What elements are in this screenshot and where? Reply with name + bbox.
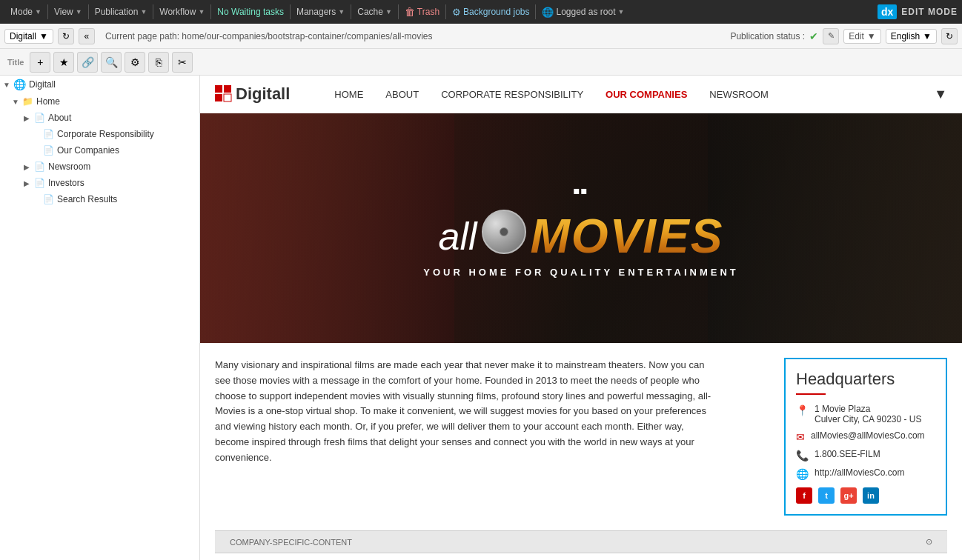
home-folder-icon: 📁 (22, 96, 33, 107)
hero-content: ▪▪ all MOVIES YOUR HOME FOR QUALITY ENTE… (423, 179, 739, 278)
tool-add[interactable]: + (30, 52, 50, 73)
tool-link[interactable]: 🔗 (77, 52, 98, 73)
edit-icon[interactable]: ✎ (823, 28, 839, 44)
second-bar: Digitall ▼ ↻ « Current page path: home/o… (0, 24, 962, 49)
tree-our-companies[interactable]: 📄 Our Companies (0, 142, 199, 159)
hq-address-row: 📍 1 Movie Plaza Culver City, CA 90230 - … (796, 404, 935, 424)
hero-subtitle: YOUR HOME FOR QUALITY ENTERTAINMENT (423, 267, 739, 278)
mode-arrow: ▼ (35, 8, 42, 16)
trash-button[interactable]: 🗑 Trash (399, 0, 445, 24)
content-bar-toggle[interactable]: ⊙ (926, 537, 932, 547)
mini-cards-row: 6 JAN 1 DEC (200, 553, 962, 560)
hero-dvd-icon (482, 210, 526, 254)
user-arrow: ▼ (618, 8, 625, 16)
back-button[interactable]: « (79, 28, 95, 44)
mode-menu[interactable]: Mode ▼ (4, 0, 47, 24)
hq-address: 1 Movie Plaza Culver City, CA 90230 - US (815, 404, 922, 424)
nav-corporate[interactable]: CORPORATE RESPONSIBILITY (441, 89, 583, 100)
logo-icon (215, 85, 233, 103)
jobs-icon: ⚙ (452, 7, 461, 18)
refresh-button[interactable]: ↻ (58, 28, 74, 44)
main-text-area: Many visionary and inspirational films a… (215, 358, 769, 516)
home-arrow: ▼ (12, 98, 19, 106)
workflow-arrow: ▼ (198, 8, 205, 16)
nav-more-arrow[interactable]: ▼ (934, 87, 947, 102)
root-arrow: ▼ (3, 81, 10, 89)
body-text: Many visionary and inspirational films a… (215, 358, 719, 466)
background-jobs-button[interactable]: ⚙ Background jobs (446, 0, 535, 24)
managers-arrow: ▼ (338, 8, 345, 16)
tool-star[interactable]: ★ (53, 52, 74, 73)
newsroom-arrow: ▶ (24, 163, 31, 171)
page-path: Current page path: home/our-companies/bo… (99, 31, 726, 41)
tree-home[interactable]: ▼ 📁 Home (0, 93, 199, 110)
site-header: Digitall HOME ABOUT CORPORATE RESPONSIBI… (200, 76, 962, 113)
tree-newsroom[interactable]: ▶ 📄 Newsroom (0, 159, 199, 175)
hero-squares-icon: ▪▪ (573, 179, 588, 203)
managers-menu[interactable]: Managers ▼ (291, 0, 351, 24)
cache-arrow: ▼ (385, 8, 392, 16)
lang-refresh[interactable]: ↻ (941, 28, 958, 44)
tree-investors[interactable]: ▶ 📄 Investors (0, 175, 199, 191)
no-waiting-tasks: No Waiting tasks (211, 0, 290, 24)
hq-box: Headquarters 📍 1 Movie Plaza Culver City… (784, 358, 947, 516)
hq-social-row: f t g+ in (796, 487, 935, 504)
language-selector[interactable]: English ▼ (886, 29, 937, 44)
newsroom-page-icon: 📄 (34, 161, 45, 172)
tree-root[interactable]: ▼ 🌐 Digitall (0, 76, 199, 93)
tree-search-results[interactable]: 📄 Search Results (0, 191, 199, 207)
hq-email-row: ✉ allMovies@allMoviesCo.com (796, 430, 935, 443)
logged-user-menu[interactable]: 🌐 Logged as root ▼ (536, 0, 630, 24)
site-logo: Digitall (215, 84, 290, 104)
hq-underline (796, 393, 826, 395)
sidebar: ▼ 🌐 Digitall ▼ 📁 Home ▶ 📄 About 📄 Corpor… (0, 76, 200, 560)
globe-icon: 🌐 (542, 7, 554, 18)
publication-status: Publication status : ✔ ✎ Edit ▼ (730, 28, 880, 44)
main-layout: ▼ 🌐 Digitall ▼ 📁 Home ▶ 📄 About 📄 Corpor… (0, 76, 962, 560)
svg-rect-1 (224, 85, 231, 93)
tool-cut[interactable]: ✂ (172, 52, 193, 73)
view-menu[interactable]: View ▼ (48, 0, 88, 24)
toolbar-row: Title + ★ 🔗 🔍 ⚙ ⎘ ✂ (0, 49, 962, 76)
twitter-icon[interactable]: t (818, 487, 835, 504)
publication-menu[interactable]: Publication ▼ (89, 0, 153, 24)
svg-rect-3 (224, 94, 231, 101)
nav-newsroom[interactable]: NEWSROOM (709, 89, 768, 100)
site-selector[interactable]: Digitall ▼ (4, 29, 53, 44)
dx-branding: dx EDIT MODE (878, 4, 958, 19)
hq-phone-row: 📞 1.800.SEE-FILM (796, 449, 935, 461)
tool-settings[interactable]: ⚙ (125, 52, 145, 73)
linkedin-icon[interactable]: in (863, 487, 879, 504)
hq-title: Headquarters (796, 370, 935, 389)
hq-email-icon: ✉ (796, 431, 805, 443)
hq-phone-icon: 📞 (796, 450, 809, 461)
nav-home[interactable]: HOME (334, 89, 363, 100)
investors-page-icon: 📄 (34, 178, 45, 188)
workflow-menu[interactable]: Workflow ▼ (153, 0, 210, 24)
tree-about[interactable]: ▶ 📄 About (0, 110, 199, 126)
investors-arrow: ▶ (24, 179, 31, 187)
nav-about[interactable]: ABOUT (385, 89, 419, 100)
company-content-bar: COMPANY-SPECIFIC-CONTENT ⊙ (215, 530, 947, 553)
root-globe-icon: 🌐 (13, 79, 26, 90)
content-with-sidebar: Many visionary and inspirational films a… (200, 343, 962, 530)
site-nav: HOME ABOUT CORPORATE RESPONSIBILITY OUR … (334, 87, 947, 102)
hero-section: ▪▪ all MOVIES YOUR HOME FOR QUALITY ENTE… (200, 113, 962, 343)
hero-title-movies: MOVIES (531, 209, 724, 264)
view-arrow: ▼ (76, 8, 82, 16)
cache-menu[interactable]: Cache ▼ (351, 0, 398, 24)
nav-our-companies[interactable]: OUR COMPANIES (606, 89, 687, 100)
tool-search[interactable]: 🔍 (101, 52, 122, 73)
search-page-icon: 📄 (43, 194, 54, 204)
companies-page-icon: 📄 (43, 145, 54, 156)
logo-text: Digitall (236, 84, 290, 104)
tree-corporate[interactable]: 📄 Corporate Responsibility (0, 126, 199, 142)
google-icon[interactable]: g+ (840, 487, 857, 504)
top-bar: Mode ▼ View ▼ Publication ▼ Workflow ▼ N… (0, 0, 962, 24)
facebook-icon[interactable]: f (796, 487, 812, 504)
title-label: Title (4, 58, 27, 67)
tool-copy[interactable]: ⎘ (148, 52, 169, 73)
svg-rect-0 (215, 85, 222, 93)
edit-dropdown[interactable]: Edit ▼ (843, 29, 881, 44)
svg-rect-2 (215, 94, 222, 101)
